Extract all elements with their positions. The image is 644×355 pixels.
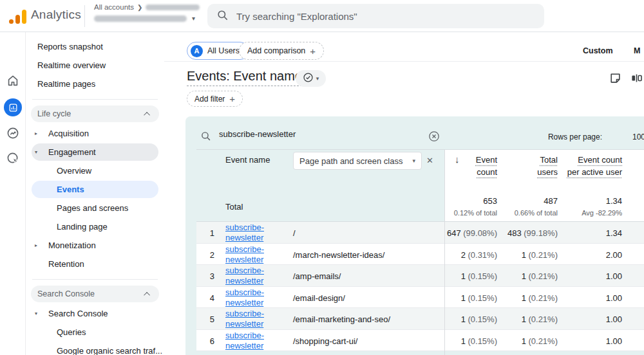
sidebar-item-realtime-pages[interactable]: Realtime pages: [26, 75, 164, 93]
sidebar-item-queries[interactable]: Queries: [26, 323, 164, 341]
event-name-link[interactable]: subscribe-newsletter: [225, 309, 287, 329]
per-active-user-cell-value: 1.34: [606, 228, 622, 238]
table-row: 4subscribe-newsletter/email-design/1 (0.…: [196, 287, 644, 309]
event-count-cell-value: 647: [447, 228, 461, 238]
sidebar-item-monetization[interactable]: ▸Monetization: [26, 236, 164, 255]
total-users-cell-value: 483: [507, 228, 522, 238]
sidebar-item-label: Overview: [57, 166, 91, 176]
sidebar-item-label: Pages and screens: [57, 203, 128, 213]
explore-icon[interactable]: [0, 126, 26, 140]
table-row: 5subscribe-newsletter/email-marketing-an…: [196, 308, 644, 330]
sidebar-item-pages-and-screens[interactable]: Pages and screens: [26, 199, 164, 217]
event-name-link[interactable]: subscribe-newsletter: [225, 244, 287, 265]
caret-down-icon: ▾: [412, 158, 415, 164]
advertising-icon[interactable]: [0, 151, 26, 165]
brand-name: Analytics: [31, 8, 81, 22]
page-path-cell: /email-marketing-and-seo/: [293, 314, 390, 324]
metric-header-total-users[interactable]: Total users: [527, 154, 558, 178]
event-count-cell-share: (0.15%): [466, 293, 497, 303]
column-divider: [444, 150, 445, 355]
sidebar-item-search-console[interactable]: ▾Search Console: [26, 304, 164, 323]
date-range-custom-label[interactable]: Custom: [583, 46, 613, 55]
sidebar-section-search-console[interactable]: Search Console: [31, 286, 159, 302]
home-icon[interactable]: [0, 73, 26, 87]
total-users-cell: 1 (0.21%): [504, 271, 558, 281]
reports-side-nav: Reports snapshotRealtime overviewRealtim…: [26, 32, 164, 355]
total-users-cell-value: 1: [522, 250, 526, 260]
event-count-cell-share: (0.31%): [466, 250, 497, 260]
table-row: 2subscribe-newsletter/march-newsletter-i…: [196, 244, 644, 266]
dimension-header-event-name[interactable]: Event name: [225, 155, 270, 165]
event-count-cell-value: 1: [461, 293, 466, 303]
sidebar-item-google-organic-search-traf[interactable]: Google organic search traf...: [26, 341, 164, 355]
sidebar-item-label: Realtime pages: [37, 79, 95, 89]
add-filter-label: Add filter: [194, 95, 225, 104]
secondary-dimension-dropdown[interactable]: Page path and screen class ▾: [293, 152, 422, 170]
event-name-link[interactable]: subscribe-newsletter: [225, 266, 287, 286]
event-name-link[interactable]: subscribe-newsletter: [225, 287, 287, 308]
global-search-input[interactable]: [236, 11, 535, 22]
date-range-value-clipped[interactable]: M: [634, 46, 640, 55]
sidebar-item-label: Search Console: [48, 309, 108, 318]
reports-icon-selected[interactable]: [0, 98, 26, 116]
rows-per-page-select[interactable]: 100: [632, 132, 644, 141]
add-filter-button[interactable]: Add filter +: [187, 91, 243, 107]
notes-icon[interactable]: [608, 71, 622, 85]
sidebar-item-landing-page[interactable]: Landing page: [26, 217, 164, 236]
expand-arrow-icon[interactable]: ▾: [35, 311, 37, 316]
total-users: 487: [504, 196, 558, 206]
expand-arrow-icon[interactable]: ▾: [35, 149, 37, 155]
account-breadcrumb[interactable]: All accounts ❯ ▾: [94, 3, 200, 22]
comparison-a-badge: A: [191, 45, 203, 57]
global-search-bar[interactable]: [207, 4, 544, 28]
report-validity-dropdown[interactable]: ▾: [296, 70, 326, 87]
metric-header-event-count-per-active-user[interactable]: Event count per active user: [567, 154, 622, 178]
page-path-cell: /amp-emails/: [293, 271, 341, 281]
total-users-cell-share: (0.21%): [526, 336, 558, 346]
sidebar-item-label: Reports snapshot: [37, 42, 103, 51]
sidebar-item-overview[interactable]: Overview: [26, 161, 164, 180]
event-name-link[interactable]: subscribe-newsletter: [225, 223, 287, 243]
event-name-link[interactable]: subscribe-newsletter: [225, 331, 287, 351]
table-search-input[interactable]: [219, 129, 412, 139]
top-bar: Analytics All accounts ❯ ▾: [0, 0, 644, 32]
sidebar-item-events[interactable]: Events: [32, 181, 158, 198]
per-active-user-cell-value: 1.00: [606, 336, 622, 346]
page-path-cell: /: [293, 228, 296, 238]
collapse-arrow-icon[interactable]: ▸: [35, 242, 37, 248]
events-report-card: Rows per page: 100 Event name Page path …: [185, 116, 644, 355]
sidebar-section-life-cycle[interactable]: Life cycle: [31, 105, 159, 122]
nav-rail: [0, 32, 26, 355]
event-count-cell: 1 (0.15%): [443, 314, 497, 324]
per-active-user-cell-value: 1.00: [606, 271, 622, 281]
sidebar-item-realtime-overview[interactable]: Realtime overview: [26, 56, 164, 75]
sidebar-item-engagement[interactable]: ▾Engagement: [32, 143, 158, 161]
page-title[interactable]: Events: Event name: [187, 69, 302, 86]
total-users-cell-share: (0.21%): [526, 314, 558, 324]
table-body: 1subscribe-newsletter/647 (99.08%)483 (9…: [196, 221, 644, 351]
add-comparison-button[interactable]: Add comparison +: [239, 42, 324, 60]
sidebar-item-label: Realtime overview: [37, 60, 106, 70]
metric-header-event-count[interactable]: Event count: [469, 154, 497, 178]
plus-icon: +: [310, 46, 316, 57]
sidebar-item-label: Landing page: [57, 222, 108, 232]
caret-down-icon: ▾: [316, 75, 319, 82]
redacted-account-name: [146, 5, 200, 10]
search-icon: [216, 9, 229, 24]
total-per-active-user: 1.34: [571, 196, 622, 206]
row-index: 3: [196, 271, 214, 281]
sidebar-item-acquisition[interactable]: ▸Acquisition: [26, 124, 164, 143]
per-active-user-cell: 1.00: [571, 314, 622, 324]
comparison-panels-icon[interactable]: [629, 71, 643, 85]
clear-search-icon[interactable]: [428, 130, 440, 145]
sidebar-divider: [32, 99, 158, 100]
remove-secondary-dimension-icon[interactable]: ✕: [426, 156, 433, 165]
sidebar-item-reports-snapshot[interactable]: Reports snapshot: [26, 37, 164, 56]
total-per-active-user-avg: Avg -82.29%: [549, 209, 622, 217]
event-count-cell-share: (0.15%): [466, 314, 497, 324]
row-index: 1: [196, 228, 214, 238]
sort-descending-icon[interactable]: ↓: [455, 154, 460, 165]
sidebar-item-retention[interactable]: Retention: [26, 255, 164, 273]
collapse-arrow-icon[interactable]: ▸: [35, 131, 37, 136]
breadcrumb-label: All accounts: [94, 3, 134, 11]
